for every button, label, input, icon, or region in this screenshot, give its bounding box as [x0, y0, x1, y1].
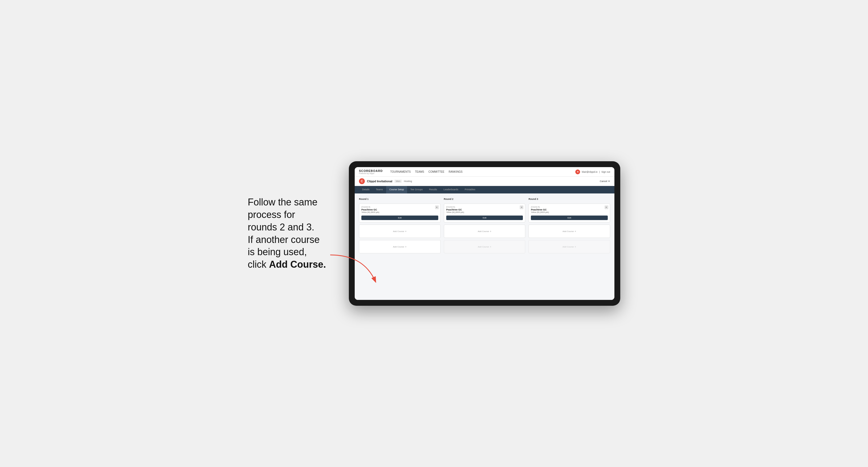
tablet-screen: SCOREBOARD Powered by clippd TOURNAMENTS… [355, 167, 614, 300]
round-1-label: Round 1 [359, 198, 441, 200]
round-1-add-plus-1: + [405, 230, 407, 233]
round-3-add-plus-2: + [575, 245, 576, 248]
user-email: blair@clippd.io [582, 170, 597, 173]
round-1-course-details: Yellow (M) (6629 yds) [361, 211, 438, 213]
tournament-actions: Cancel ✕ [600, 180, 610, 183]
user-avatar: B [575, 169, 580, 174]
round-2-add-course-1-label: Add Course [478, 230, 489, 232]
round-3-course-tag: (Course A) [531, 206, 608, 208]
instruction-line1: Follow the same [248, 197, 317, 208]
tab-leaderboards[interactable]: Leaderboards [440, 186, 462, 193]
round-3-add-course-1[interactable]: Add Course + [528, 225, 610, 238]
round-2-column: Round 2 ✕ (Course A) Peachtree GC Yellow… [444, 198, 526, 253]
arrow-graphic [322, 252, 381, 287]
sign-out-link[interactable]: Sign out [601, 170, 610, 173]
round-3-course-name: Peachtree GC [531, 208, 608, 211]
round-2-course-name: Peachtree GC [446, 208, 523, 211]
instruction-text: Follow the same process for rounds 2 and… [248, 196, 333, 271]
cancel-x-icon: ✕ [608, 180, 610, 183]
cancel-button[interactable]: Cancel ✕ [600, 180, 610, 183]
round-1-column: Round 1 ✕ (Course A) Peachtree GC Yellow… [359, 198, 441, 253]
tab-details[interactable]: Details [359, 186, 373, 193]
round-2-add-course-2: Add Course + [444, 240, 526, 253]
round-3-add-plus-1: + [575, 230, 576, 233]
tournament-gender: Men [394, 180, 402, 183]
tab-results[interactable]: Results [426, 186, 440, 193]
round-1-course-tag: (Course A) [361, 206, 438, 208]
round-3-add-course-2-label: Add Course [562, 246, 574, 248]
instruction-line4: If another course [248, 234, 319, 245]
round-2-label: Round 2 [444, 198, 526, 200]
instruction-bold: Add Course. [269, 259, 326, 270]
round-2-course-tag: (Course A) [446, 206, 523, 208]
round-3-column: Round 3 ✕ (Course A) Peachtree GC Yellow… [528, 198, 610, 253]
logo-subtitle: Powered by clippd [359, 173, 383, 174]
main-content: Round 1 ✕ (Course A) Peachtree GC Yellow… [355, 193, 614, 300]
round-1-add-course-2[interactable]: Add Course + [359, 240, 441, 253]
logo-title: SCOREBOARD [359, 169, 383, 173]
nav-tournaments[interactable]: TOURNAMENTS [390, 170, 411, 173]
tournament-name: Clippd Invitational [367, 180, 392, 183]
top-nav: SCOREBOARD Powered by clippd TOURNAMENTS… [355, 167, 614, 177]
tab-tee-groups[interactable]: Tee Groups [407, 186, 426, 193]
tab-printables[interactable]: Printables [461, 186, 478, 193]
tournament-bar: C Clippd Invitational Men Hosting Cancel… [355, 177, 614, 186]
nav-committee[interactable]: COMMITTEE [428, 170, 444, 173]
tab-course-setup[interactable]: Course Setup [386, 186, 407, 193]
round-3-label: Round 3 [528, 198, 610, 200]
round-1-course-name: Peachtree GC [361, 208, 438, 211]
instruction-line6: click [248, 259, 269, 270]
tab-navigation: Details Teams Course Setup Tee Groups Re… [355, 186, 614, 193]
round-2-course-details: Yellow (M) (6629 yds) [446, 211, 523, 213]
logo-area: SCOREBOARD Powered by clippd [359, 169, 383, 174]
instruction-line3: rounds 2 and 3. [248, 222, 314, 232]
round-2-add-course-1[interactable]: Add Course + [444, 225, 526, 238]
nav-links: TOURNAMENTS TEAMS COMMITTEE RANKINGS [390, 170, 570, 173]
nav-teams[interactable]: TEAMS [415, 170, 424, 173]
round-2-delete-button[interactable]: ✕ [520, 206, 523, 209]
round-2-add-course-2-label: Add Course [478, 246, 489, 248]
round-2-add-plus-2: + [490, 245, 492, 248]
round-3-edit-button[interactable]: Edit [531, 216, 608, 220]
hosting-badge: Hosting [404, 180, 412, 183]
round-3-add-course-1-label: Add Course [562, 230, 574, 232]
round-1-add-plus-2: + [405, 245, 407, 248]
tab-teams[interactable]: Teams [373, 186, 386, 193]
round-2-course-card: ✕ (Course A) Peachtree GC Yellow (M) (66… [444, 204, 526, 222]
nav-right: B blair@clippd.io | Sign out [575, 169, 610, 174]
tablet-device: SCOREBOARD Powered by clippd TOURNAMENTS… [349, 161, 620, 306]
round-1-edit-button[interactable]: Edit [361, 216, 438, 220]
nav-rankings[interactable]: RANKINGS [448, 170, 462, 173]
round-3-add-course-2: Add Course + [528, 240, 610, 253]
round-3-delete-button[interactable]: ✕ [604, 206, 608, 209]
round-3-course-details: Yellow (M) (6629 yds) [531, 211, 608, 213]
round-1-add-course-1[interactable]: Add Course + [359, 225, 441, 238]
round-1-delete-button[interactable]: ✕ [435, 206, 439, 209]
instruction-line2: process for [248, 209, 295, 220]
round-1-add-course-1-label: Add Course [393, 230, 404, 232]
rounds-grid: Round 1 ✕ (Course A) Peachtree GC Yellow… [359, 198, 610, 253]
nav-separator: | [599, 170, 600, 173]
round-1-add-course-2-label: Add Course [393, 246, 404, 248]
instruction-line5: is being used, [248, 246, 307, 257]
round-2-add-plus-1: + [490, 230, 492, 233]
round-3-course-card: ✕ (Course A) Peachtree GC Yellow (M) (66… [528, 204, 610, 222]
tournament-logo: C [359, 178, 365, 184]
round-2-edit-button[interactable]: Edit [446, 216, 523, 220]
round-1-course-card: ✕ (Course A) Peachtree GC Yellow (M) (66… [359, 204, 441, 222]
